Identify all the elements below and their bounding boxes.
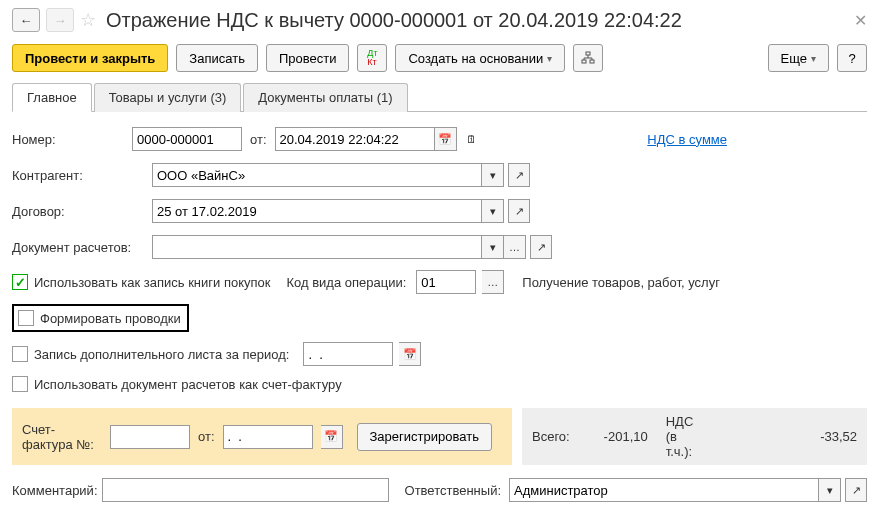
contract-label: Договор:: [12, 204, 152, 219]
gen-entries-highlight: Формировать проводки: [12, 304, 189, 332]
close-icon[interactable]: ✕: [854, 11, 867, 30]
contract-input[interactable]: [152, 199, 482, 223]
add-sheet-label: Запись дополнительного листа за период:: [34, 347, 289, 362]
gen-entries-label: Формировать проводки: [40, 311, 181, 326]
more-button[interactable]: Еще: [768, 44, 829, 72]
op-code-input[interactable]: [416, 270, 476, 294]
open-icon[interactable]: ↗: [508, 163, 530, 187]
svg-rect-1: [582, 60, 586, 63]
add-sheet-checkbox[interactable]: [12, 346, 28, 362]
post-and-close-button[interactable]: Провести и закрыть: [12, 44, 168, 72]
sf-number-input[interactable]: [110, 425, 190, 449]
number-label: Номер:: [12, 132, 132, 147]
structure-button[interactable]: [573, 44, 603, 72]
calendar-icon[interactable]: 📅: [321, 425, 343, 449]
favorite-icon[interactable]: ☆: [80, 9, 96, 31]
total-label: Всего:: [532, 429, 570, 444]
use-book-checkbox[interactable]: ✓: [12, 274, 28, 290]
total-value: -201,10: [588, 429, 648, 444]
vat-label: НДС (в т.ч.):: [666, 414, 706, 459]
refresh-date-icon[interactable]: 🗓: [461, 127, 483, 151]
responsible-label: Ответственный:: [405, 483, 501, 498]
calendar-icon[interactable]: 📅: [399, 342, 421, 366]
svg-rect-0: [586, 52, 590, 55]
op-code-label: Код вида операции:: [286, 275, 406, 290]
date-input[interactable]: [275, 127, 435, 151]
sf-date-input[interactable]: [223, 425, 313, 449]
gen-entries-checkbox[interactable]: [18, 310, 34, 326]
ellipsis-icon[interactable]: …: [482, 270, 504, 294]
responsible-input[interactable]: [509, 478, 819, 502]
page-title: Отражение НДС к вычету 0000-000001 от 20…: [106, 9, 848, 32]
open-icon[interactable]: ↗: [508, 199, 530, 223]
dropdown-icon[interactable]: ▾: [482, 163, 504, 187]
op-code-desc: Получение товаров, работ, услуг: [522, 275, 720, 290]
totals-panel: Всего: -201,10 НДС (в т.ч.): -33,52: [522, 408, 867, 465]
open-icon[interactable]: ↗: [845, 478, 867, 502]
sf-label: Счет-фактура №:: [22, 422, 102, 452]
tab-main[interactable]: Главное: [12, 83, 92, 112]
number-input[interactable]: [132, 127, 242, 151]
create-based-button[interactable]: Создать на основании: [395, 44, 565, 72]
nav-back[interactable]: ←: [12, 8, 40, 32]
dt-kt-button[interactable]: ДтКт: [357, 44, 387, 72]
vat-value: -33,52: [797, 429, 857, 444]
counterparty-label: Контрагент:: [12, 168, 152, 183]
from-label: от:: [250, 132, 267, 147]
use-as-invoice-label: Использовать документ расчетов как счет-…: [34, 377, 342, 392]
save-button[interactable]: Записать: [176, 44, 258, 72]
sf-from-label: от:: [198, 429, 215, 444]
comment-label: Комментарий:: [12, 483, 102, 498]
use-book-label: Использовать как запись книги покупок: [34, 275, 270, 290]
nav-forward: →: [46, 8, 74, 32]
dropdown-icon[interactable]: ▾: [819, 478, 841, 502]
vat-mode-link[interactable]: НДС в сумме: [647, 132, 727, 147]
settlement-input[interactable]: [152, 235, 482, 259]
svg-rect-2: [590, 60, 594, 63]
post-button[interactable]: Провести: [266, 44, 350, 72]
dropdown-icon[interactable]: ▾: [482, 235, 504, 259]
use-as-invoice-checkbox[interactable]: [12, 376, 28, 392]
counterparty-input[interactable]: [152, 163, 482, 187]
dropdown-icon[interactable]: ▾: [482, 199, 504, 223]
tab-goods[interactable]: Товары и услуги (3): [94, 83, 242, 112]
help-button[interactable]: ?: [837, 44, 867, 72]
register-button[interactable]: Зарегистрировать: [357, 423, 492, 451]
comment-input[interactable]: [102, 478, 389, 502]
add-sheet-date-input[interactable]: [303, 342, 393, 366]
ellipsis-icon[interactable]: …: [504, 235, 526, 259]
settlement-label: Документ расчетов:: [12, 240, 152, 255]
open-icon[interactable]: ↗: [530, 235, 552, 259]
calendar-icon[interactable]: 📅: [435, 127, 457, 151]
invoice-panel: Счет-фактура №: от: 📅 Зарегистрировать: [12, 408, 512, 465]
tab-paydocs[interactable]: Документы оплаты (1): [243, 83, 407, 112]
